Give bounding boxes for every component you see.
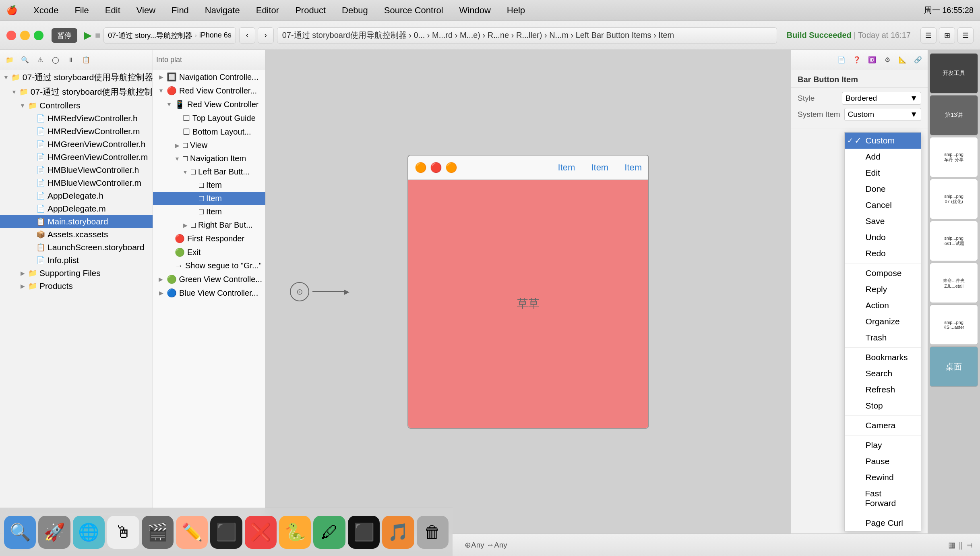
sidebar-item-project-root[interactable]: ▼ 📁 07-通过 storyboard使用导航控制器 [0, 70, 153, 85]
back-nav-button[interactable]: ‹ [239, 27, 255, 44]
scene-segue[interactable]: → Show segue to "Gr..." [153, 259, 265, 272]
menu-product[interactable]: Product [292, 4, 329, 17]
scene-nav-controller[interactable]: ▶ 🔲 Navigation Controlle... [153, 70, 265, 84]
dropdown-item-search[interactable]: Search [845, 365, 921, 382]
thumb-folder[interactable]: 未命...件夹ZJL...etail [930, 263, 978, 303]
close-button[interactable] [6, 31, 16, 40]
style-select[interactable]: Bordered ▼ [842, 92, 921, 105]
middle-panel-toggle[interactable]: ⊞ [939, 27, 955, 44]
navigator-folder-icon[interactable]: 📁 [3, 54, 16, 66]
dropdown-item-redo[interactable]: Redo [845, 245, 921, 261]
dock-terminal[interactable]: ⬛ [210, 516, 242, 549]
navigator-find-icon[interactable]: 🔍 [19, 54, 31, 66]
thumb-ksi[interactable]: snip...pngKSI...aster [930, 305, 978, 345]
dropdown-item-custom[interactable]: ✓ Custom [845, 133, 921, 149]
sidebar-item-appdelegate-h[interactable]: 📄 AppDelegate.h [0, 189, 153, 202]
version-editor-btn[interactable]: ⫤ [966, 541, 974, 550]
sidebar-item-hmgreen-h[interactable]: 📄 HMGreenViewController.h [0, 138, 153, 151]
stop-button[interactable]: ■ [95, 30, 100, 41]
left-panel-toggle[interactable]: ☰ [920, 27, 937, 44]
scene-item-3[interactable]: □ Item [153, 205, 265, 218]
scene-green-controller[interactable]: ▶ 🟢 Green View Controlle... [153, 272, 265, 286]
scene-red-controller[interactable]: ▼ 🔴 Red View Controller... [153, 84, 265, 98]
dropdown-item-pagecurl[interactable]: Page Curl [845, 515, 921, 531]
run-button[interactable]: ▶ [84, 29, 92, 41]
thumb-snip2[interactable]: snip...png07-(优化) [930, 179, 978, 219]
dock-trash[interactable]: 🗑 [417, 516, 449, 549]
sidebar-item-hmred-m[interactable]: 📄 HMRedViewController.m [0, 125, 153, 138]
dropdown-item-compose[interactable]: Compose [845, 265, 921, 281]
dropdown-item-done[interactable]: Done [845, 181, 921, 197]
navigator-debug-icon[interactable]: ⏸ [64, 54, 77, 66]
thumb-desktop[interactable]: 桌面 [930, 346, 978, 387]
sidebar-item-hmgreen-m[interactable]: 📄 HMGreenViewController.m [0, 151, 153, 164]
scheme-selector[interactable]: 07-通过 story...导航控制器 › iPhone 6s [103, 27, 236, 44]
maximize-button[interactable] [34, 31, 43, 40]
dropdown-item-cancel[interactable]: Cancel [845, 197, 921, 213]
scene-left-bar[interactable]: ▼ □ Left Bar Butt... [153, 165, 265, 178]
apple-icon[interactable]: 🍎 [6, 5, 17, 16]
dock-brush[interactable]: ✏️ [176, 516, 208, 549]
dock-finder[interactable]: 🔍 [4, 516, 36, 549]
dropdown-item-add[interactable]: Add [845, 149, 921, 165]
menu-source-control[interactable]: Source Control [381, 4, 447, 17]
scene-item-2[interactable]: □ Item [153, 192, 265, 205]
sidebar-item-hmblue-m[interactable]: 📄 HMBlueViewController.m [0, 176, 153, 189]
menu-window[interactable]: Window [456, 4, 494, 17]
dock-video[interactable]: 🎬 [142, 516, 174, 549]
sidebar-item-controllers[interactable]: ▼ 📁 Controllers [0, 99, 153, 112]
dock-redx[interactable]: ❌ [245, 516, 277, 549]
navigator-report-icon[interactable]: 📋 [80, 54, 93, 66]
dock-mouse[interactable]: 🖱 [107, 516, 139, 549]
menu-editor[interactable]: Editor [253, 4, 282, 17]
identity-inspector-btn[interactable]: 🆔 [866, 54, 879, 66]
conn-inspector-btn[interactable]: 🔗 [912, 54, 924, 66]
scene-item-1[interactable]: □ Item [153, 178, 265, 192]
navigator-warning-icon[interactable]: ⚠ [34, 54, 47, 66]
pause-button[interactable]: 暂停 [52, 28, 77, 43]
split-view-btn[interactable]: ‖ [959, 540, 963, 550]
dropdown-item-refresh[interactable]: Refresh [845, 382, 921, 398]
sidebar-item-project-sub[interactable]: ▼ 📁 07-通过 storyboard使用导航控制器 [0, 85, 153, 99]
dropdown-item-pause[interactable]: Pause [845, 453, 921, 469]
sidebar-item-hmblue-h[interactable]: 📄 HMBlueViewController.h [0, 164, 153, 176]
dropdown-item-rewind[interactable]: Rewind [845, 469, 921, 485]
dropdown-item-edit[interactable]: Edit [845, 165, 921, 181]
thumb-devtools[interactable]: 开发工具 [930, 53, 978, 93]
sidebar-item-appdelegate-m[interactable]: 📄 AppDelegate.m [0, 202, 153, 215]
size-inspector-btn[interactable]: 📐 [896, 54, 909, 66]
scene-view[interactable]: ▶ □ View [153, 139, 265, 152]
menu-xcode[interactable]: Xcode [30, 4, 62, 17]
thumb-13[interactable]: 第13讲 [930, 95, 978, 135]
dock-music[interactable]: 🎵 [382, 516, 414, 549]
scene-exit[interactable]: 🟢 Exit [153, 245, 265, 259]
menu-help[interactable]: Help [504, 4, 528, 17]
scene-bottom-layout[interactable]: ☐ Bottom Layout... [153, 125, 265, 139]
menu-view[interactable]: View [133, 4, 159, 17]
dropdown-item-reply[interactable]: Reply [845, 281, 921, 297]
dock-safari[interactable]: 🌐 [73, 516, 105, 549]
dropdown-item-trash[interactable]: Trash [845, 330, 921, 346]
minimize-button[interactable] [20, 31, 30, 40]
scene-blue-controller[interactable]: ▶ 🔵 Blue View Controller... [153, 286, 265, 300]
sidebar-item-info-plist[interactable]: 📄 Info.plist [0, 254, 153, 267]
dock-launchpad[interactable]: 🚀 [38, 516, 70, 549]
scene-right-bar[interactable]: ▶ □ Right Bar But... [153, 218, 265, 232]
grid-view-btn[interactable]: ▦ [948, 540, 955, 550]
menu-navigate[interactable]: Navigate [202, 4, 243, 17]
dock-black1[interactable]: ⬛ [348, 516, 380, 549]
dock-tool[interactable]: 🐍 [279, 516, 311, 549]
scene-nav-item[interactable]: ▼ □ Navigation Item [153, 152, 265, 165]
scene-red-vc[interactable]: ▼ 📱 Red View Controller [153, 98, 265, 111]
system-item-select[interactable]: Custom ▼ [844, 108, 921, 121]
attr-inspector-btn[interactable]: ⚙ [881, 54, 894, 66]
forward-nav-button[interactable]: › [258, 27, 274, 44]
menu-edit[interactable]: Edit [102, 4, 124, 17]
dropdown-item-save[interactable]: Save [845, 213, 921, 229]
sidebar-item-launch-storyboard[interactable]: 📋 LaunchScreen.storyboard [0, 241, 153, 254]
dropdown-item-action[interactable]: Action [845, 297, 921, 313]
quick-help-btn[interactable]: ❓ [850, 54, 863, 66]
scene-top-layout[interactable]: ☐ Top Layout Guide [153, 111, 265, 125]
menu-find[interactable]: Find [168, 4, 192, 17]
dropdown-item-play[interactable]: Play [845, 437, 921, 453]
